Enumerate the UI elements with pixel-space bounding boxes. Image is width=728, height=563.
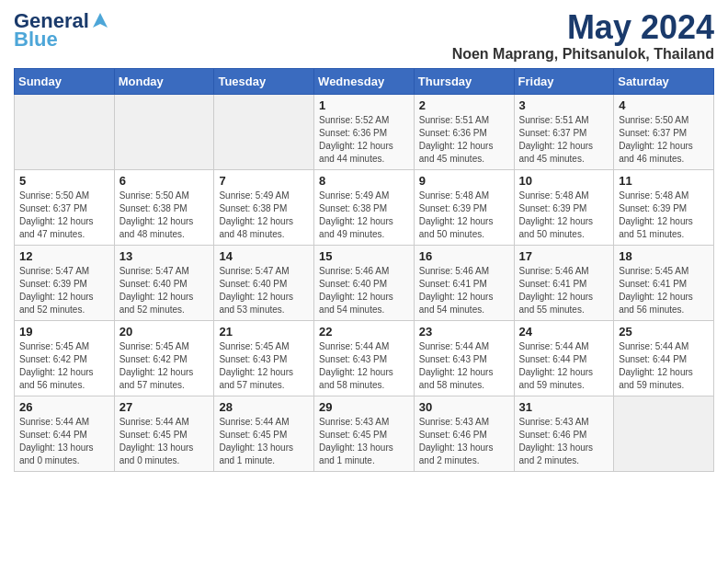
day-info: Sunrise: 5:44 AM Sunset: 6:45 PM Dayligh… [119, 416, 210, 467]
day-info: Sunrise: 5:46 AM Sunset: 6:40 PM Dayligh… [319, 265, 409, 316]
day-number: 18 [619, 249, 709, 263]
day-info: Sunrise: 5:50 AM Sunset: 6:37 PM Dayligh… [19, 190, 109, 241]
title-block: May 2024 Noen Maprang, Phitsanulok, Thai… [452, 9, 714, 63]
day-number: 2 [419, 98, 509, 112]
column-header-friday: Friday [514, 68, 614, 94]
day-number: 13 [119, 249, 210, 263]
calendar-week-4: 19Sunrise: 5:45 AM Sunset: 6:42 PM Dayli… [15, 320, 714, 396]
day-number: 23 [419, 325, 509, 339]
logo: General Blue [14, 9, 109, 52]
day-number: 27 [119, 400, 210, 414]
day-number: 3 [519, 98, 609, 112]
calendar-table: SundayMondayTuesdayWednesdayThursdayFrid… [14, 68, 714, 472]
calendar-cell: 25Sunrise: 5:44 AM Sunset: 6:44 PM Dayli… [614, 320, 714, 396]
day-info: Sunrise: 5:49 AM Sunset: 6:38 PM Dayligh… [219, 190, 309, 241]
location-title: Noen Maprang, Phitsanulok, Thailand [452, 46, 714, 63]
calendar-cell: 11Sunrise: 5:48 AM Sunset: 6:39 PM Dayli… [614, 169, 714, 245]
calendar-cell: 18Sunrise: 5:45 AM Sunset: 6:41 PM Dayli… [614, 245, 714, 320]
day-info: Sunrise: 5:44 AM Sunset: 6:43 PM Dayligh… [319, 340, 409, 392]
day-number: 10 [519, 174, 609, 188]
day-info: Sunrise: 5:43 AM Sunset: 6:45 PM Dayligh… [319, 416, 409, 467]
day-number: 21 [219, 325, 309, 339]
calendar-cell: 14Sunrise: 5:47 AM Sunset: 6:40 PM Dayli… [214, 245, 314, 320]
calendar-cell [114, 94, 214, 169]
day-info: Sunrise: 5:49 AM Sunset: 6:38 PM Dayligh… [319, 190, 409, 241]
calendar-cell: 3Sunrise: 5:51 AM Sunset: 6:37 PM Daylig… [514, 94, 614, 169]
day-number: 19 [19, 325, 109, 339]
day-number: 9 [419, 174, 509, 188]
logo-icon [91, 11, 109, 31]
day-info: Sunrise: 5:52 AM Sunset: 6:36 PM Dayligh… [319, 114, 409, 166]
day-number: 25 [619, 325, 709, 339]
day-number: 22 [319, 325, 409, 339]
calendar-cell: 24Sunrise: 5:44 AM Sunset: 6:44 PM Dayli… [514, 320, 614, 396]
day-number: 5 [19, 174, 109, 188]
day-info: Sunrise: 5:44 AM Sunset: 6:45 PM Dayligh… [219, 416, 309, 467]
day-info: Sunrise: 5:47 AM Sunset: 6:40 PM Dayligh… [119, 265, 210, 316]
day-info: Sunrise: 5:44 AM Sunset: 6:44 PM Dayligh… [619, 340, 709, 392]
day-info: Sunrise: 5:50 AM Sunset: 6:37 PM Dayligh… [619, 114, 709, 166]
day-number: 12 [19, 249, 109, 263]
day-number: 11 [619, 174, 709, 188]
day-info: Sunrise: 5:45 AM Sunset: 6:43 PM Dayligh… [219, 340, 309, 392]
day-info: Sunrise: 5:48 AM Sunset: 6:39 PM Dayligh… [519, 190, 609, 241]
day-info: Sunrise: 5:50 AM Sunset: 6:38 PM Dayligh… [119, 190, 210, 241]
day-info: Sunrise: 5:51 AM Sunset: 6:37 PM Dayligh… [519, 114, 609, 166]
page-header: General Blue May 2024 Noen Maprang, Phit… [14, 9, 714, 63]
column-header-tuesday: Tuesday [214, 68, 314, 94]
day-info: Sunrise: 5:45 AM Sunset: 6:41 PM Dayligh… [619, 265, 709, 316]
day-number: 8 [319, 174, 409, 188]
calendar-cell: 7Sunrise: 5:49 AM Sunset: 6:38 PM Daylig… [214, 169, 314, 245]
day-number: 4 [619, 98, 709, 112]
calendar-cell: 15Sunrise: 5:46 AM Sunset: 6:40 PM Dayli… [314, 245, 415, 320]
calendar-cell: 16Sunrise: 5:46 AM Sunset: 6:41 PM Dayli… [414, 245, 514, 320]
calendar-header-row: SundayMondayTuesdayWednesdayThursdayFrid… [15, 68, 714, 94]
day-number: 28 [219, 400, 309, 414]
calendar-cell: 2Sunrise: 5:51 AM Sunset: 6:36 PM Daylig… [414, 94, 514, 169]
day-number: 16 [419, 249, 509, 263]
day-info: Sunrise: 5:45 AM Sunset: 6:42 PM Dayligh… [19, 340, 109, 392]
calendar-cell: 12Sunrise: 5:47 AM Sunset: 6:39 PM Dayli… [15, 245, 115, 320]
logo-blue: Blue [14, 28, 58, 52]
calendar-week-2: 5Sunrise: 5:50 AM Sunset: 6:37 PM Daylig… [15, 169, 714, 245]
day-number: 15 [319, 249, 409, 263]
day-number: 7 [219, 174, 309, 188]
calendar-cell: 1Sunrise: 5:52 AM Sunset: 6:36 PM Daylig… [314, 94, 415, 169]
calendar-week-1: 1Sunrise: 5:52 AM Sunset: 6:36 PM Daylig… [15, 94, 714, 169]
calendar-cell: 5Sunrise: 5:50 AM Sunset: 6:37 PM Daylig… [15, 169, 115, 245]
day-number: 31 [519, 400, 609, 414]
day-info: Sunrise: 5:44 AM Sunset: 6:43 PM Dayligh… [419, 340, 509, 392]
calendar-cell: 10Sunrise: 5:48 AM Sunset: 6:39 PM Dayli… [514, 169, 614, 245]
column-header-wednesday: Wednesday [314, 68, 415, 94]
day-number: 17 [519, 249, 609, 263]
day-info: Sunrise: 5:47 AM Sunset: 6:39 PM Dayligh… [19, 265, 109, 316]
calendar-cell: 8Sunrise: 5:49 AM Sunset: 6:38 PM Daylig… [314, 169, 415, 245]
day-number: 29 [319, 400, 409, 414]
calendar-cell: 21Sunrise: 5:45 AM Sunset: 6:43 PM Dayli… [214, 320, 314, 396]
calendar-cell: 20Sunrise: 5:45 AM Sunset: 6:42 PM Dayli… [114, 320, 214, 396]
calendar-cell [614, 396, 714, 471]
day-info: Sunrise: 5:44 AM Sunset: 6:44 PM Dayligh… [519, 340, 609, 392]
calendar-week-5: 26Sunrise: 5:44 AM Sunset: 6:44 PM Dayli… [15, 396, 714, 471]
calendar-cell: 17Sunrise: 5:46 AM Sunset: 6:41 PM Dayli… [514, 245, 614, 320]
day-info: Sunrise: 5:46 AM Sunset: 6:41 PM Dayligh… [519, 265, 609, 316]
day-number: 14 [219, 249, 309, 263]
day-number: 24 [519, 325, 609, 339]
svg-marker-0 [93, 13, 108, 28]
day-info: Sunrise: 5:43 AM Sunset: 6:46 PM Dayligh… [519, 416, 609, 467]
column-header-sunday: Sunday [15, 68, 115, 94]
day-info: Sunrise: 5:43 AM Sunset: 6:46 PM Dayligh… [419, 416, 509, 467]
day-info: Sunrise: 5:44 AM Sunset: 6:44 PM Dayligh… [19, 416, 109, 467]
day-number: 1 [319, 98, 409, 112]
calendar-cell: 6Sunrise: 5:50 AM Sunset: 6:38 PM Daylig… [114, 169, 214, 245]
calendar-cell [214, 94, 314, 169]
calendar-cell: 22Sunrise: 5:44 AM Sunset: 6:43 PM Dayli… [314, 320, 415, 396]
calendar-cell: 19Sunrise: 5:45 AM Sunset: 6:42 PM Dayli… [15, 320, 115, 396]
calendar-cell: 29Sunrise: 5:43 AM Sunset: 6:45 PM Dayli… [314, 396, 415, 471]
day-info: Sunrise: 5:51 AM Sunset: 6:36 PM Dayligh… [419, 114, 509, 166]
calendar-cell: 13Sunrise: 5:47 AM Sunset: 6:40 PM Dayli… [114, 245, 214, 320]
calendar-week-3: 12Sunrise: 5:47 AM Sunset: 6:39 PM Dayli… [15, 245, 714, 320]
calendar-cell: 31Sunrise: 5:43 AM Sunset: 6:46 PM Dayli… [514, 396, 614, 471]
column-header-monday: Monday [114, 68, 214, 94]
calendar-cell: 30Sunrise: 5:43 AM Sunset: 6:46 PM Dayli… [414, 396, 514, 471]
